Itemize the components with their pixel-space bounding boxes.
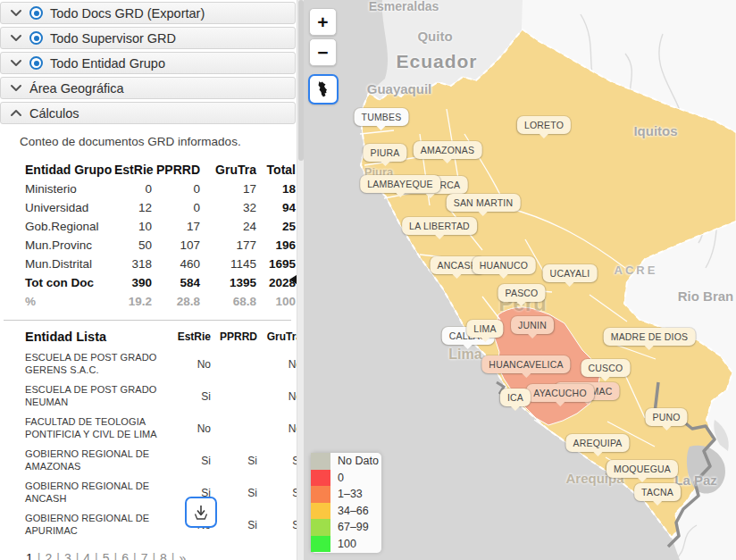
table-cell: 100 [256, 295, 296, 308]
legend-label: 34–66 [338, 505, 369, 517]
peru-shape-icon [314, 80, 332, 98]
table-cell: Si [257, 519, 302, 531]
page-link-3[interactable]: 3 [63, 551, 72, 560]
table-cell: 68.8 [200, 295, 256, 308]
separator: | [38, 551, 41, 560]
map-label-san-martin: SAN MARTIN [447, 194, 521, 212]
map-label-cusco: CUSCO [581, 359, 631, 377]
table-cell: 1695 [256, 257, 296, 271]
table-cell: 17 [200, 182, 256, 196]
table-cell: 196 [256, 238, 296, 252]
table-cell: 28.8 [152, 295, 200, 308]
table-cell: Mun.Distrital [25, 257, 114, 271]
panel-todo-supervisor-grd[interactable]: Todo Supervisor GRD [0, 27, 296, 49]
map-label-lima: LIMA [466, 320, 503, 338]
map-label-huancavelica: HUANCAVELICA [481, 355, 570, 373]
legend-item: 1–33 [311, 486, 381, 503]
table-cell: 94 [256, 201, 296, 214]
legend-item: 100 [311, 536, 381, 553]
map-label-ica: ICA [500, 389, 531, 406]
radio-button[interactable] [29, 56, 43, 70]
table-cell: 10 [114, 220, 152, 233]
download-button[interactable] [185, 497, 217, 528]
panel-todo-entidad-grupo[interactable]: Todo Entidad Grupo [0, 52, 296, 74]
entity-name: ESCUELA DE POST GRADO NEUMAN [25, 384, 159, 408]
separator: | [171, 551, 175, 560]
entity-name: GOBIERNO REGIONAL DE APURIMAC [25, 513, 159, 537]
separator: | [76, 551, 79, 560]
legend-label: No Dato [338, 455, 379, 467]
separator: | [95, 551, 98, 560]
map-label-arequipa: AREQUIPA [565, 434, 629, 452]
map[interactable]: EsmeraldasQuitoEcuadorGuayaquilIquitosPi… [304, 0, 736, 560]
table-cell: Si [257, 455, 302, 467]
legend-swatch [311, 519, 330, 536]
scrollbar-thumb[interactable] [298, 0, 304, 161]
map-label-junin: JUNIN [511, 316, 554, 334]
table-cell: Si [211, 455, 257, 467]
column-header: GruTra [257, 330, 302, 343]
map-label-moquegua: MOQUEGUA [606, 460, 678, 478]
page-link-5[interactable]: 5 [102, 551, 111, 560]
legend-item: 0 [311, 470, 381, 487]
panel-todo-docs-grd-exportar[interactable]: Todo Docs GRD (Exportar) [0, 2, 296, 24]
table-cell: 390 [114, 276, 152, 289]
separator: | [114, 551, 118, 560]
panel-label: Todo Entidad Grupo [50, 56, 165, 71]
accordion-panels: Todo Docs GRD (Exportar)Todo Supervisor … [0, 0, 304, 124]
table-cell: Si [211, 519, 257, 531]
table-caption: Conteo de documentos GRD informados. [20, 135, 304, 148]
legend-label: 0 [338, 472, 344, 484]
zoom-out-button[interactable]: − [309, 38, 337, 66]
legend-item: No Dato [311, 453, 381, 470]
table-cell: 0 [114, 182, 152, 196]
map-label-pasco: PASCO [498, 284, 546, 302]
table-cell: 32 [200, 201, 256, 214]
panel-area-geografica[interactable]: Área Geográfica [0, 77, 296, 99]
entity-name: GOBIERNO REGIONAL DE AMAZONAS [25, 448, 159, 472]
table-cell: 584 [152, 276, 200, 289]
map-label-ayacucho: AYACUCHO [526, 384, 594, 402]
separator: | [56, 551, 60, 560]
map-label-la-libertad: LA LIBERTAD [402, 217, 477, 235]
radio-button[interactable] [29, 31, 43, 45]
table-cell: Mun.Provinc [25, 238, 114, 252]
column-header: Entidad Grupo [25, 163, 114, 177]
page-link-1[interactable]: 1 [25, 551, 34, 560]
fit-peru-button[interactable] [308, 74, 339, 104]
entity-name: ESCUELA DE POST GRADO GERENS S.A.C. [25, 352, 159, 376]
panel-calculos[interactable]: Cálculos [0, 102, 296, 124]
download-icon [191, 503, 211, 522]
map-label-loreto: LORETO [517, 116, 571, 134]
table-cell: % [25, 295, 114, 308]
legend-swatch [311, 503, 330, 520]
table-cell: 460 [152, 257, 200, 271]
page-link-6[interactable]: 6 [121, 551, 130, 560]
table-cell: 50 [114, 238, 152, 252]
legend-label: 67–99 [338, 521, 369, 533]
zoom-in-button[interactable]: + [309, 8, 337, 36]
page-link-next[interactable]: » [179, 551, 188, 560]
map-label-ucayali: UCAYALI [543, 264, 598, 282]
chevron-down-icon [10, 34, 22, 42]
entidad-grupo-table: Entidad GrupoEstRiePPRRDGruTraTotalMinis… [25, 163, 304, 308]
sidebar-scrollbar[interactable] [297, 0, 304, 560]
table-cell: 19.2 [114, 295, 152, 308]
table-cell: 12 [114, 201, 152, 214]
entity-name: GOBIERNO REGIONAL DE ANCASH [25, 481, 159, 505]
table-cell: Si [211, 487, 257, 499]
table-cell: Si [159, 390, 211, 403]
page-link-8[interactable]: 8 [159, 551, 168, 560]
page-link-4[interactable]: 4 [82, 551, 91, 560]
page-link-2[interactable]: 2 [44, 551, 53, 560]
page-link-7[interactable]: 7 [140, 551, 149, 560]
radio-button[interactable] [29, 6, 43, 20]
map-label-piura: PIURA [363, 144, 406, 162]
legend-swatch [311, 536, 330, 553]
column-header: GruTra [200, 163, 256, 177]
table-cell: 17 [152, 220, 200, 233]
map-label-madre-de-dios: MADRE DE DIOS [604, 328, 696, 346]
panel-label: Todo Docs GRD (Exportar) [50, 6, 205, 21]
column-header: EstRie [114, 163, 152, 177]
table-cell: 0 [152, 201, 200, 214]
